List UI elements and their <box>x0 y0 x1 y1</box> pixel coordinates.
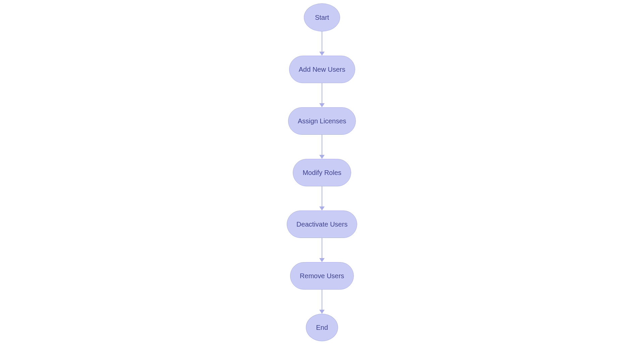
connector-line <box>322 186 322 206</box>
node-label: Modify Roles <box>303 169 341 177</box>
arrow-down-icon <box>319 155 325 159</box>
node-label: Assign Licenses <box>298 117 346 125</box>
connector-line <box>322 290 322 310</box>
connector <box>319 135 325 159</box>
connector <box>319 186 325 210</box>
arrow-down-icon <box>319 258 325 262</box>
connector <box>319 83 325 107</box>
connector-line <box>322 83 322 103</box>
node-label: End <box>316 324 328 331</box>
connector-line <box>322 32 322 52</box>
connector <box>319 32 325 56</box>
connector <box>319 238 325 262</box>
node-add-users: Add New Users <box>289 56 355 83</box>
connector-line <box>322 135 322 155</box>
node-label: Remove Users <box>300 272 344 280</box>
flowchart-container: Start Add New Users Assign Licenses Modi… <box>287 3 357 341</box>
node-label: Start <box>315 14 329 21</box>
connector-line <box>322 238 322 258</box>
node-deactivate-users: Deactivate Users <box>287 210 357 238</box>
arrow-down-icon <box>319 103 325 107</box>
node-label: Deactivate Users <box>297 221 347 228</box>
arrow-down-icon <box>319 206 325 210</box>
arrow-down-icon <box>319 310 325 314</box>
node-assign-licenses: Assign Licenses <box>288 107 356 135</box>
node-label: Add New Users <box>299 66 345 73</box>
arrow-down-icon <box>319 52 325 56</box>
node-start: Start <box>304 3 340 32</box>
connector <box>319 290 325 314</box>
node-modify-roles: Modify Roles <box>293 159 351 186</box>
node-end: End <box>306 314 338 341</box>
node-remove-users: Remove Users <box>290 262 354 290</box>
